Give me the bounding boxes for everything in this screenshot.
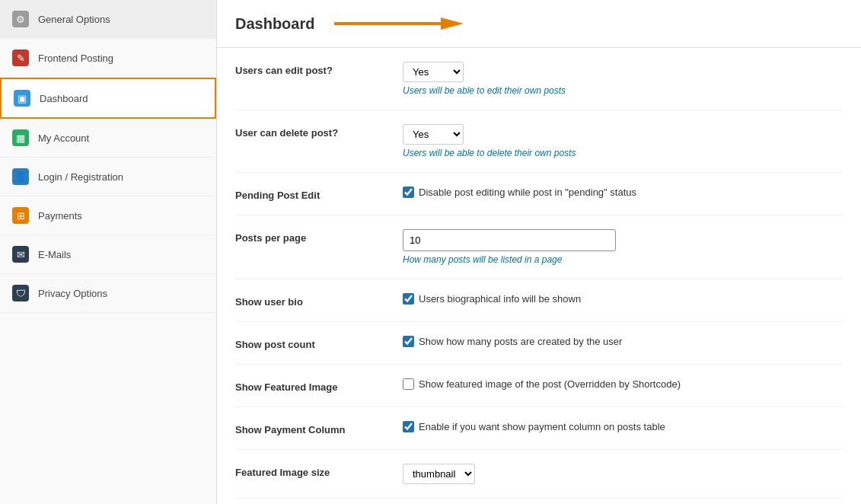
emails-icon: ✉	[12, 246, 29, 263]
form-field-show-user-bio: Users biographical info will be shown	[403, 293, 843, 305]
form-field-users-can-edit: YesNoUsers will be able to edit their ow…	[403, 62, 843, 96]
select-user-can-delete[interactable]: YesNo	[403, 124, 464, 145]
checkbox-label-pending-post-edit: Disable post editing while post in "pend…	[419, 187, 636, 198]
form-label-users-can-edit: Users can edit post?	[235, 62, 403, 76]
checkbox-row-show-post-count: Show how many posts are created by the u…	[403, 336, 843, 347]
page-header: Dashboard	[217, 0, 861, 48]
checkbox-pending-post-edit[interactable]	[403, 187, 414, 198]
sidebar-label-dashboard: Dashboard	[40, 93, 88, 104]
form-label-show-user-bio: Show user bio	[235, 293, 403, 308]
checkbox-show-payment-column[interactable]	[403, 421, 414, 432]
form-desc-users-can-edit: Users will be able to edit their own pos…	[403, 85, 843, 96]
sidebar-item-privacy-options[interactable]: 🛡 Privacy Options	[0, 274, 216, 313]
form-label-show-featured-image: Show Featured Image	[235, 378, 403, 393]
payments-icon: ⊞	[12, 207, 29, 224]
sidebar-label-general-options: General Options	[38, 14, 110, 25]
form-desc-posts-per-page: How many posts will be listed in a page	[403, 254, 843, 265]
form-field-show-payment-column: Enable if you want show payment column o…	[403, 421, 843, 432]
form-row-unauthorized-message: Unauthorized Message	[235, 499, 843, 504]
form-row-show-featured-image: Show Featured ImageShow featured image o…	[235, 365, 843, 407]
checkbox-label-show-user-bio: Users biographical info will be shown	[419, 293, 581, 305]
login-icon: 👤	[12, 168, 29, 185]
form-label-pending-post-edit: Pending Post Edit	[235, 187, 403, 201]
form-label-show-post-count: Show post count	[235, 336, 403, 350]
form-row-featured-image-size: Featured Image sizethumbnailmediumlargef…	[235, 450, 843, 499]
form-row-users-can-edit: Users can edit post?YesNoUsers will be a…	[235, 48, 843, 110]
checkbox-show-featured-image[interactable]	[403, 378, 414, 390]
form-table: Users can edit post?YesNoUsers will be a…	[217, 48, 861, 504]
form-label-show-payment-column: Show Payment Column	[235, 421, 403, 435]
form-row-posts-per-page: Posts per pageHow many posts will be lis…	[235, 215, 843, 279]
checkbox-row-pending-post-edit: Disable post editing while post in "pend…	[403, 187, 843, 198]
form-row-show-post-count: Show post countShow how many posts are c…	[235, 322, 843, 365]
form-row-show-payment-column: Show Payment ColumnEnable if you want sh…	[235, 407, 843, 450]
form-label-featured-image-size: Featured Image size	[235, 464, 403, 478]
sidebar-item-login-registration[interactable]: 👤 Login / Registration	[0, 158, 216, 196]
form-field-posts-per-page: How many posts will be listed in a page	[403, 229, 843, 265]
sidebar-item-my-account[interactable]: ▦ My Account	[0, 119, 216, 158]
sidebar: ⚙ General Options ✎ Frontend Posting ▣ D…	[0, 0, 217, 504]
frontend-icon: ✎	[12, 49, 29, 66]
form-desc-user-can-delete: Users will be able to delete their own p…	[403, 148, 843, 158]
sidebar-item-payments[interactable]: ⊞ Payments	[0, 196, 216, 235]
sidebar-label-emails: E-Mails	[38, 249, 71, 260]
sidebar-label-my-account: My Account	[38, 132, 89, 144]
sidebar-label-payments: Payments	[38, 210, 82, 222]
sidebar-item-emails[interactable]: ✉ E-Mails	[0, 235, 216, 274]
sidebar-item-general-options[interactable]: ⚙ General Options	[0, 0, 216, 39]
form-field-user-can-delete: YesNoUsers will be able to delete their …	[403, 124, 843, 158]
checkbox-row-show-featured-image: Show featured image of the post (Overrid…	[403, 378, 843, 390]
page-title: Dashboard	[235, 15, 314, 33]
form-row-show-user-bio: Show user bioUsers biographical info wil…	[235, 279, 843, 322]
form-field-pending-post-edit: Disable post editing while post in "pend…	[403, 187, 843, 198]
app-layout: ⚙ General Options ✎ Frontend Posting ▣ D…	[0, 0, 861, 504]
select-users-can-edit[interactable]: YesNo	[403, 62, 464, 82]
arrow-indicator	[327, 12, 464, 35]
checkbox-label-show-post-count: Show how many posts are created by the u…	[419, 336, 622, 347]
form-field-featured-image-size: thumbnailmediumlargefull	[403, 464, 843, 484]
form-label-user-can-delete: User can delete post?	[235, 124, 403, 139]
input-posts-per-page[interactable]	[403, 229, 616, 251]
sidebar-label-frontend-posting: Frontend Posting	[38, 53, 113, 64]
svg-marker-1	[441, 18, 464, 30]
sidebar-label-login-registration: Login / Registration	[38, 171, 123, 183]
checkbox-show-post-count[interactable]	[403, 336, 414, 347]
checkbox-row-show-user-bio: Users biographical info will be shown	[403, 293, 843, 305]
checkbox-show-user-bio[interactable]	[403, 293, 414, 305]
checkbox-row-show-payment-column: Enable if you want show payment column o…	[403, 421, 843, 432]
dashboard-icon: ▣	[14, 90, 30, 107]
form-label-posts-per-page: Posts per page	[235, 229, 403, 244]
checkbox-label-show-payment-column: Enable if you want show payment column o…	[419, 421, 665, 432]
checkbox-label-show-featured-image: Show featured image of the post (Overrid…	[419, 378, 681, 390]
account-icon: ▦	[12, 129, 29, 146]
sidebar-item-dashboard[interactable]: ▣ Dashboard	[0, 78, 216, 119]
form-row-pending-post-edit: Pending Post EditDisable post editing wh…	[235, 173, 843, 215]
form-row-user-can-delete: User can delete post?YesNoUsers will be …	[235, 110, 843, 173]
form-field-show-featured-image: Show featured image of the post (Overrid…	[403, 378, 843, 390]
privacy-icon: 🛡	[12, 285, 29, 301]
gear-icon: ⚙	[12, 11, 29, 27]
main-content: Dashboard Users can edit post?YesNoUsers…	[217, 0, 861, 504]
arrow-icon	[327, 12, 464, 35]
sidebar-label-privacy-options: Privacy Options	[38, 288, 107, 299]
select-featured-image-size[interactable]: thumbnailmediumlargefull	[403, 464, 475, 484]
form-field-show-post-count: Show how many posts are created by the u…	[403, 336, 843, 347]
sidebar-item-frontend-posting[interactable]: ✎ Frontend Posting	[0, 39, 216, 78]
